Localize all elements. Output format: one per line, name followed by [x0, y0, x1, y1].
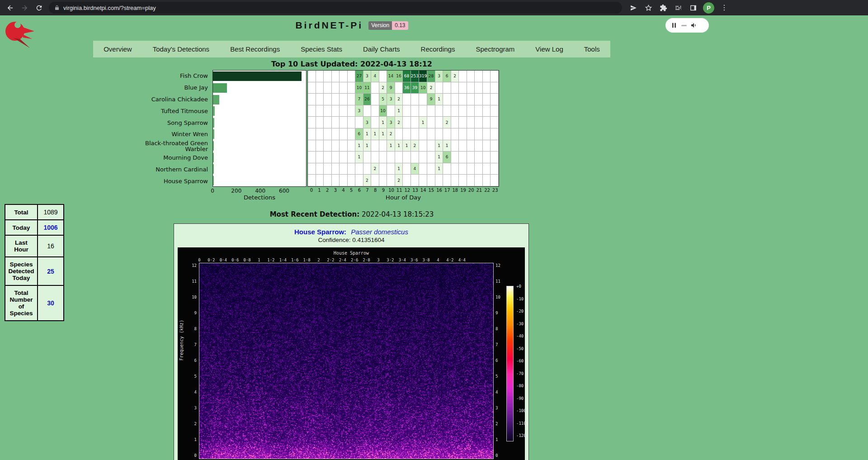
spec-db-tick: -30	[516, 322, 524, 326]
forward-button[interactable]	[18, 1, 31, 14]
heatmap-cell	[348, 71, 356, 82]
heatmap-cell	[348, 82, 356, 94]
nav-item-best-recordings[interactable]: Best Recordings	[220, 41, 290, 57]
heatmap-cell	[308, 105, 316, 117]
heatmap-cell	[475, 94, 483, 105]
spec-freq-tick-right: 9	[495, 311, 498, 315]
nav-item-species-stats[interactable]: Species Stats	[290, 41, 353, 57]
reload-icon	[35, 4, 43, 12]
heatmap-cell: 3	[363, 117, 372, 128]
browser-toolbar: virginia.birdnetpi.com/?stream=play P ⋮	[0, 0, 868, 15]
heatmap-cell	[491, 105, 499, 117]
heatmap-cell	[491, 128, 499, 140]
heatmap-cell	[332, 94, 340, 105]
heatmap-cell	[451, 105, 459, 117]
stats-value[interactable]: 1006	[38, 220, 64, 235]
spec-db-tick: -90	[516, 396, 524, 401]
spectrogram-ylabel: Frequency (kHz)	[179, 320, 184, 360]
extensions-button[interactable]	[658, 3, 668, 13]
spec-freq-tick-right: 10	[495, 295, 500, 299]
heatmap-cell	[483, 163, 491, 175]
heatmap-cell	[443, 175, 451, 186]
hour-axis-tick: 11	[395, 188, 403, 194]
heatmap-cell	[316, 140, 324, 152]
seek-handle[interactable]	[681, 25, 687, 26]
heatmap-cell	[340, 82, 348, 94]
spec-time-tick: 4	[437, 258, 439, 262]
heatmap-cell: 6	[443, 152, 451, 163]
nav-item-daily-charts[interactable]: Daily Charts	[353, 41, 410, 57]
heatmap-cell	[451, 82, 459, 94]
heatmap-cell	[348, 140, 356, 152]
heatmap-cell	[324, 140, 332, 152]
nav-item-recordings[interactable]: Recordings	[410, 41, 466, 57]
stats-value[interactable]: 30	[38, 285, 64, 321]
hour-axis-tick: 22	[483, 188, 491, 194]
heatmap-cell: 1	[363, 140, 372, 152]
detection-scientific-name[interactable]: Passer domesticus	[351, 228, 408, 236]
spectrogram-colorbar	[506, 286, 514, 441]
nav-item-today-s-detections[interactable]: Today's Detections	[142, 41, 220, 57]
detection-bar	[213, 106, 215, 116]
heatmap-cell: 1	[363, 128, 372, 140]
nav-item-spectrogram[interactable]: Spectrogram	[465, 41, 525, 57]
chart-columns: Fish CrowBlue JayCarolina ChickadeeTufte…	[140, 70, 499, 187]
heatmap-cell	[340, 117, 348, 128]
nav-item-overview[interactable]: Overview	[93, 41, 142, 57]
reload-button[interactable]	[33, 1, 45, 14]
back-button[interactable]	[4, 1, 16, 14]
chrome-menu-button[interactable]: ⋮	[719, 3, 729, 13]
back-icon	[6, 4, 14, 12]
heatmap-cell	[459, 128, 467, 140]
heatmap-cell	[348, 152, 356, 163]
bar-axis-tick: 600	[279, 188, 289, 194]
heatmap-cell	[308, 117, 316, 128]
heatmap-cell	[340, 175, 348, 186]
profile-avatar[interactable]: P	[703, 2, 714, 14]
side-panel-button[interactable]	[688, 3, 698, 13]
spec-freq-tick-right: 0	[495, 453, 498, 458]
heatmap-cell: 16	[395, 71, 403, 82]
heatmap-cell	[491, 71, 499, 82]
nav-item-tools[interactable]: Tools	[574, 41, 610, 57]
heatmap-cell	[491, 82, 499, 94]
stats-value[interactable]: 25	[38, 257, 64, 285]
heatmap-cell	[379, 175, 387, 186]
heatmap-cell: 1	[355, 140, 363, 152]
send-button[interactable]	[628, 3, 638, 13]
heatmap-cell	[467, 82, 475, 94]
stats-row: Last Hour16	[5, 235, 64, 257]
hour-axis-tick: 16	[435, 188, 443, 194]
heatmap-cell	[443, 82, 451, 94]
spec-db-tick: -70	[516, 371, 524, 376]
detection-common-name[interactable]: House Sparrow:	[294, 228, 346, 236]
heatmap-cell	[308, 152, 316, 163]
heatmap-cell: 3	[387, 94, 395, 105]
heatmap-cell	[459, 94, 467, 105]
species-label: Song Sparrow	[140, 117, 212, 128]
hour-axis-tick: 21	[475, 188, 483, 194]
heatmap-cell	[427, 128, 435, 140]
spec-time-tick: 3	[377, 258, 379, 262]
heatmap-cell	[483, 128, 491, 140]
volume-button[interactable]	[690, 22, 698, 29]
heatmap-cell	[371, 82, 379, 94]
pause-button[interactable]	[670, 22, 678, 29]
heatmap-cell: 28	[427, 71, 435, 82]
heatmap-cell	[324, 163, 332, 175]
heatmap-cell	[308, 163, 316, 175]
top10-heading: Top 10 Last Updated: 2022-04-13 18:12	[0, 60, 703, 68]
heatmap-cell	[435, 175, 443, 186]
heatmap-cell	[467, 163, 475, 175]
heatmap-cell	[483, 82, 491, 94]
nav-item-view-log[interactable]: View Log	[525, 41, 573, 57]
bookmark-button[interactable]	[643, 3, 653, 13]
heatmap-cell	[332, 105, 340, 117]
address-bar[interactable]: virginia.birdnetpi.com/?stream=play	[49, 2, 622, 14]
heatmap-cell	[403, 175, 411, 186]
heatmap-cell	[332, 128, 340, 140]
heatmap-cell	[340, 105, 348, 117]
tune-button[interactable]	[673, 3, 683, 13]
heatmap-cell: 319	[419, 71, 427, 82]
hour-axis-tick: 23	[491, 188, 499, 194]
